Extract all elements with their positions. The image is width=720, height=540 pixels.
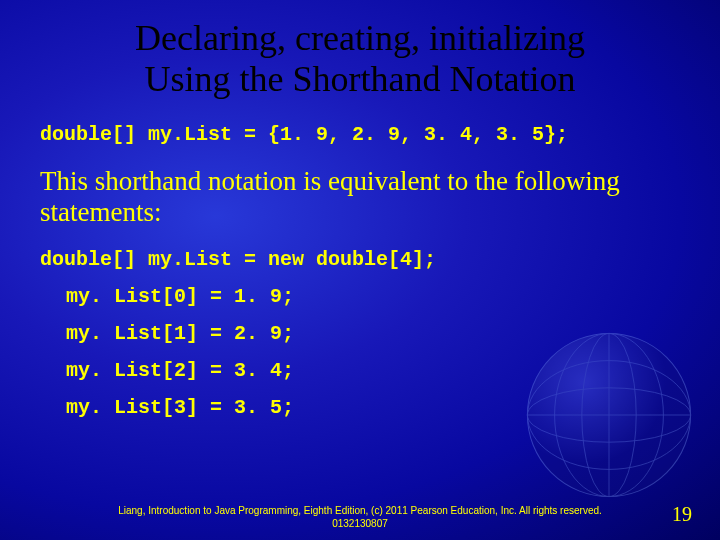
footer-credit: Liang, Introduction to Java Programming,…	[0, 505, 720, 530]
slide-title: Declaring, creating, initializing Using …	[40, 18, 680, 101]
body-text: This shorthand notation is equivalent to…	[40, 166, 680, 228]
code-line-4: my. List[3] = 3. 5;	[40, 396, 680, 419]
title-line-2: Using the Shorthand Notation	[145, 59, 576, 99]
slide: Declaring, creating, initializing Using …	[0, 0, 720, 540]
code-block: double[] my.List = new double[4]; my. Li…	[40, 248, 680, 419]
code-declaration: double[] my.List = {1. 9, 2. 9, 3. 4, 3.…	[40, 123, 680, 146]
code-line-2: my. List[1] = 2. 9;	[40, 322, 680, 345]
code-line-3: my. List[2] = 3. 4;	[40, 359, 680, 382]
code-line-1: my. List[0] = 1. 9;	[40, 285, 680, 308]
title-line-1: Declaring, creating, initializing	[135, 18, 585, 58]
code-line-0: double[] my.List = new double[4];	[40, 248, 680, 271]
page-number: 19	[672, 503, 692, 526]
